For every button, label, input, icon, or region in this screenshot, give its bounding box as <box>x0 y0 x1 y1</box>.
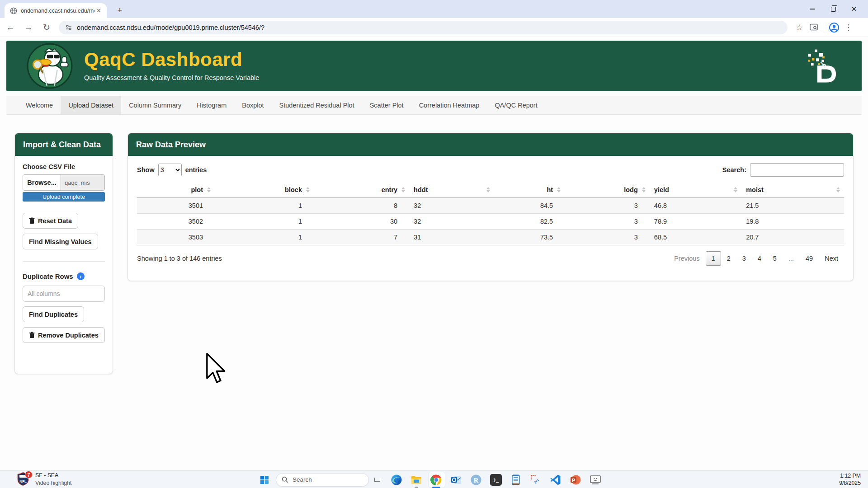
page-button-4[interactable]: 4 <box>752 251 767 266</box>
page-button-49[interactable]: 49 <box>800 251 819 266</box>
clock-date: 9/8/2025 <box>839 480 861 487</box>
side-panel-search-icon[interactable] <box>807 20 821 35</box>
file-input[interactable]: Browse... qaqc_mis <box>23 174 105 191</box>
powerpoint-icon[interactable]: P <box>566 471 585 488</box>
taskbar-clock[interactable]: 1:12 PM 9/8/2025 <box>839 473 861 487</box>
duplicate-columns-input[interactable] <box>23 286 105 302</box>
r-icon[interactable]: R <box>466 471 486 488</box>
notepad-icon[interactable] <box>506 471 526 488</box>
app-title: QaqC Dashboard <box>84 49 259 70</box>
pagination: Previous 1 2 3 4 5 ... 49 Next <box>668 251 844 266</box>
minimize-button[interactable] <box>802 0 823 18</box>
info-icon[interactable]: i <box>77 272 85 280</box>
page-ellipsis: ... <box>783 251 800 266</box>
cell: 3 <box>565 230 650 245</box>
sort-icon <box>642 187 646 192</box>
cell: 21.5 <box>741 198 844 214</box>
globe-icon <box>10 7 17 14</box>
cell: 78.9 <box>650 214 741 230</box>
tab-upload-dataset[interactable]: Upload Dataset <box>61 96 121 114</box>
site-settings-icon[interactable] <box>65 24 72 31</box>
tab-correlation-heatmap[interactable]: Correlation Heatmap <box>411 96 487 114</box>
cell: 1 <box>215 214 314 230</box>
find-missing-values-button[interactable]: Find Missing Values <box>23 234 98 249</box>
touch-keyboard-icon[interactable] <box>374 478 380 482</box>
bookmark-star-icon[interactable]: ☆ <box>792 20 807 35</box>
import-clean-panel: Import & Clean Data Choose CSV File Brow… <box>14 133 113 374</box>
reload-button[interactable]: ↻ <box>39 20 54 35</box>
snipping-tool-icon[interactable]: ✂ <box>526 471 546 488</box>
find-duplicates-button[interactable]: Find Duplicates <box>23 306 84 322</box>
reset-data-button[interactable]: Reset Data <box>23 213 78 229</box>
restore-button[interactable] <box>823 0 844 18</box>
remove-duplicates-button[interactable]: Remove Duplicates <box>23 327 105 343</box>
back-button[interactable]: ← <box>3 20 18 35</box>
page-button-3[interactable]: 3 <box>736 251 752 266</box>
table-row: 3503 1 7 31 73.5 3 68.5 20.7 <box>137 230 844 245</box>
sort-icon <box>557 187 561 192</box>
tab-qaqc-report[interactable]: QA/QC Report <box>487 96 545 114</box>
column-header-ht[interactable]: ht <box>494 182 565 198</box>
display-icon[interactable] <box>585 471 605 488</box>
cell: 3501 <box>137 198 215 214</box>
column-header-lodg[interactable]: lodg <box>565 182 650 198</box>
chrome-icon[interactable] <box>426 471 446 488</box>
svg-text:R: R <box>474 476 479 483</box>
browse-button[interactable]: Browse... <box>23 175 61 190</box>
page-button-5[interactable]: 5 <box>767 251 783 266</box>
tab-title: ondemand.ccast.ndsu.edu/rnod <box>21 8 94 14</box>
sort-icon <box>401 187 405 192</box>
upload-progress-bar: Upload complete <box>23 192 105 202</box>
edge-icon[interactable] <box>387 471 406 488</box>
page-button-2[interactable]: 2 <box>721 251 736 266</box>
browser-tab[interactable]: ondemand.ccast.ndsu.edu/rnod ✕ <box>5 3 107 18</box>
tab-column-summary[interactable]: Column Summary <box>121 96 189 114</box>
new-tab-button[interactable]: + <box>114 5 126 17</box>
sidebar-title: Import & Clean Data <box>15 133 113 156</box>
windows-start-button[interactable] <box>257 472 272 488</box>
page-button-1[interactable]: 1 <box>706 251 721 266</box>
tab-histogram[interactable]: Histogram <box>189 96 234 114</box>
find-missing-values-label: Find Missing Values <box>29 238 92 245</box>
tab-studentized-residual-plot[interactable]: Studentized Residual Plot <box>272 96 362 114</box>
url-text[interactable]: ondemand.ccast.ndsu.edu/rnode/gpu0019.pr… <box>77 24 264 31</box>
tab-boxplot[interactable]: Boxplot <box>234 96 271 114</box>
profile-avatar-icon[interactable] <box>827 20 841 35</box>
column-header-block[interactable]: block <box>215 182 314 198</box>
column-header-hddt[interactable]: hddt <box>409 182 494 198</box>
column-header-moist[interactable]: moist <box>741 182 844 198</box>
trash-icon <box>29 332 35 338</box>
previous-page-button[interactable]: Previous <box>668 251 705 266</box>
cell: 84.5 <box>494 198 565 214</box>
cell: 32 <box>409 198 494 214</box>
column-header-yield[interactable]: yield <box>650 182 741 198</box>
taskbar-search[interactable]: Search <box>276 473 369 487</box>
news-widget[interactable]: NFL 7 SF - SEA Video highlight <box>17 472 71 488</box>
terminal-icon[interactable]: ❯_ <box>486 471 506 488</box>
reset-data-label: Reset Data <box>38 217 72 225</box>
tab-welcome[interactable]: Welcome <box>18 96 61 114</box>
main-nav: Welcome Upload Dataset Column Summary Hi… <box>6 96 862 115</box>
app-header: QaqC Dashboard Quality Assessment & Qual… <box>6 41 862 91</box>
window-controls: ✕ <box>802 0 864 18</box>
close-tab-icon[interactable]: ✕ <box>94 7 103 14</box>
cell: 31 <box>409 230 494 245</box>
vscode-icon[interactable] <box>546 471 566 488</box>
pixel-d-logo <box>805 47 843 85</box>
column-header-plot[interactable]: plot <box>137 182 215 198</box>
close-window-icon: ✕ <box>851 5 857 13</box>
cell: 8 <box>314 198 409 214</box>
column-header-entry[interactable]: entry <box>314 182 409 198</box>
close-window-button[interactable]: ✕ <box>844 0 864 18</box>
file-explorer-icon[interactable] <box>406 471 426 488</box>
url-bar[interactable]: ondemand.ccast.ndsu.edu/rnode/gpu0019.pr… <box>59 21 788 34</box>
sort-icon <box>207 187 211 192</box>
menu-kebab-icon[interactable]: ⋮ <box>841 20 856 35</box>
forward-button[interactable]: → <box>21 20 36 35</box>
outlook-icon[interactable] <box>446 471 466 488</box>
tab-scatter-plot[interactable]: Scatter Plot <box>362 96 411 114</box>
next-page-button[interactable]: Next <box>819 251 844 266</box>
table-search-input[interactable] <box>750 163 844 177</box>
cell: 3 <box>565 214 650 230</box>
entries-select[interactable]: 3 <box>158 164 182 176</box>
